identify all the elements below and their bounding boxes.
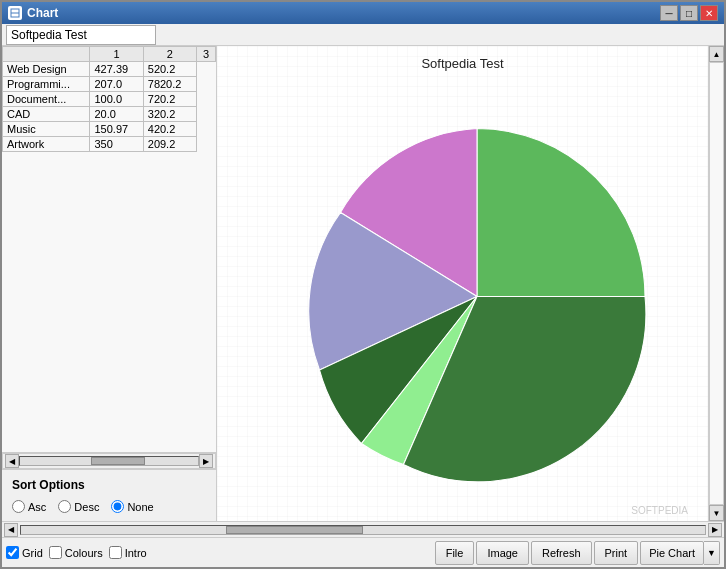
sort-options-panel: Sort Options Asc Desc None [2,469,216,521]
colours-checkbox[interactable] [49,546,62,559]
sort-radios: Asc Desc None [12,500,206,513]
table-cell-0-2: 520.2 [143,62,196,77]
data-table: 1 2 3 Web Design427.39520.2Programmi...2… [2,46,216,152]
sort-asc-radio[interactable] [12,500,25,513]
grid-label: Grid [22,547,43,559]
menu-bar [2,24,724,46]
table-cell-3-2: 320.2 [143,107,196,122]
grid-checkbox-label[interactable]: Grid [6,546,43,559]
scroll-down-btn[interactable]: ▼ [709,505,724,521]
sort-desc-label: Desc [74,501,99,513]
bottom-area: ◀ ▶ Grid Colours Intro File Im [2,521,724,567]
bottom-scroll-left-btn[interactable]: ◀ [4,523,18,537]
h-scrollbar[interactable]: ◀ ▶ [2,453,216,469]
table-cell-4-0: Music [3,122,90,137]
toolbar-right: File Image Refresh Print Pie Chart ▼ [435,541,720,565]
sort-none-option[interactable]: None [111,500,153,513]
pie-chart-dropdown-button[interactable]: ▼ [704,541,720,565]
grid-checkbox[interactable] [6,546,19,559]
left-panel: 1 2 3 Web Design427.39520.2Programmi...2… [2,46,217,521]
table-cell-2-2: 720.2 [143,92,196,107]
table-row[interactable]: Web Design427.39520.2 [3,62,216,77]
col-header-3: 3 [197,47,216,62]
table-cell-4-2: 420.2 [143,122,196,137]
file-button[interactable]: File [435,541,475,565]
col-header-0 [3,47,90,62]
scroll-track[interactable] [709,62,724,505]
h-scroll-thumb [91,457,144,465]
title-bar-left: Chart [8,6,58,20]
pie-chart-svg [267,76,687,496]
table-row[interactable]: Programmi...207.07820.2 [3,77,216,92]
sort-none-label: None [127,501,153,513]
title-bar: Chart ─ □ ✕ [2,2,724,24]
h-scroll-left-btn[interactable]: ◀ [5,454,19,468]
table-cell-4-1: 150.97 [90,122,143,137]
table-row[interactable]: CAD20.0320.2 [3,107,216,122]
pie-chart-control: Pie Chart ▼ [640,541,720,565]
table-cell-0-0: Web Design [3,62,90,77]
minimize-button[interactable]: ─ [660,5,678,21]
table-cell-2-1: 100.0 [90,92,143,107]
table-row[interactable]: Artwork350209.2 [3,137,216,152]
watermark: SOFTPEDIA [631,505,688,516]
intro-checkbox-label[interactable]: Intro [109,546,147,559]
table-cell-1-2: 7820.2 [143,77,196,92]
table-row[interactable]: Document...100.0720.2 [3,92,216,107]
table-cell-3-1: 20.0 [90,107,143,122]
window-controls: ─ □ ✕ [660,5,718,21]
image-button[interactable]: Image [476,541,529,565]
sort-none-radio[interactable] [111,500,124,513]
intro-checkbox[interactable] [109,546,122,559]
table-cell-5-1: 350 [90,137,143,152]
table-cell-3-0: CAD [3,107,90,122]
col-header-1: 1 [90,47,143,62]
colours-label: Colours [65,547,103,559]
sort-desc-radio[interactable] [58,500,71,513]
chart-title: Softpedia Test [217,56,708,71]
table-cell-1-1: 207.0 [90,77,143,92]
h-scroll-track[interactable] [19,456,199,466]
table-cell-1-0: Programmi... [3,77,90,92]
chart-area: Softpedia Test SOFTPEDIA [217,46,708,521]
table-row[interactable]: Music150.97420.2 [3,122,216,137]
pie-chart-button[interactable]: Pie Chart [640,541,704,565]
colours-checkbox-label[interactable]: Colours [49,546,103,559]
bottom-scroll-thumb [226,526,363,534]
table-header-row: 1 2 3 [3,47,216,62]
sort-desc-option[interactable]: Desc [58,500,99,513]
sort-options-title: Sort Options [12,478,206,492]
sort-asc-option[interactable]: Asc [12,500,46,513]
table-cell-5-2: 209.2 [143,137,196,152]
intro-label: Intro [125,547,147,559]
bottom-scroll-right-btn[interactable]: ▶ [708,523,722,537]
data-table-wrapper[interactable]: 1 2 3 Web Design427.39520.2Programmi...2… [2,46,216,453]
scroll-up-btn[interactable]: ▲ [709,46,724,62]
refresh-button[interactable]: Refresh [531,541,592,565]
table-cell-0-1: 427.39 [90,62,143,77]
window-title: Chart [27,6,58,20]
table-cell-2-0: Document... [3,92,90,107]
col-header-2: 2 [143,47,196,62]
close-button[interactable]: ✕ [700,5,718,21]
sort-asc-label: Asc [28,501,46,513]
table-cell-5-0: Artwork [3,137,90,152]
maximize-button[interactable]: □ [680,5,698,21]
print-button[interactable]: Print [594,541,639,565]
right-scrollbar[interactable]: ▲ ▼ [708,46,724,521]
chart-name-input[interactable] [6,25,156,45]
toolbar: Grid Colours Intro File Image Refresh Pr… [2,537,724,567]
main-window: Chart ─ □ ✕ 1 2 3 [0,0,726,569]
bottom-scroll-track[interactable] [20,525,706,535]
main-area: 1 2 3 Web Design427.39520.2Programmi...2… [2,46,724,521]
app-icon [8,6,22,20]
bottom-scrollbar[interactable]: ◀ ▶ [2,521,724,537]
h-scroll-right-btn[interactable]: ▶ [199,454,213,468]
